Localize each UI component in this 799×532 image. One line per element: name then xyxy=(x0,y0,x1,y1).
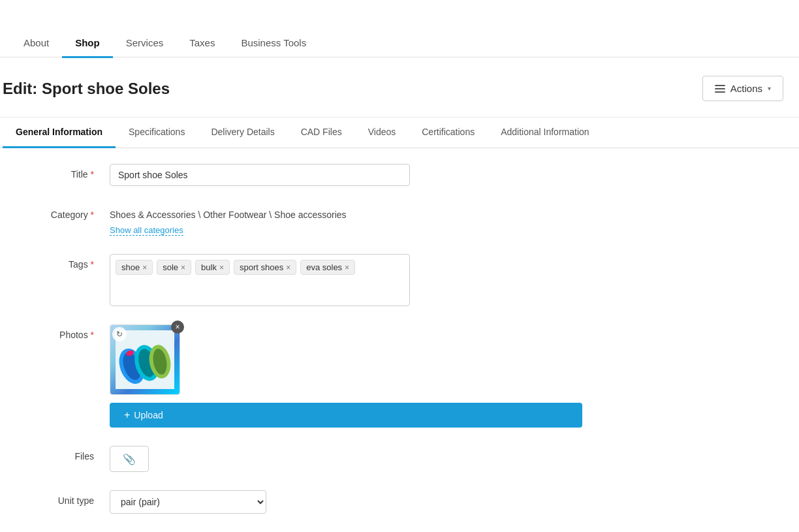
tag-remove-sport-shoes[interactable]: × xyxy=(286,264,290,272)
photos-required-star: * xyxy=(91,330,94,340)
files-attach-button[interactable]: 📎 xyxy=(110,446,149,472)
photo-close-button[interactable]: × xyxy=(171,321,184,334)
tag-chip-eva-soles: eva soles × xyxy=(300,260,355,275)
tab-delivery-details[interactable]: Delivery Details xyxy=(198,117,287,148)
actions-button[interactable]: Actions ▾ xyxy=(702,76,783,101)
category-path: Shoes & Accessories \ Other Footwear \ S… xyxy=(110,204,582,220)
tag-chip-sole: sole × xyxy=(157,260,191,275)
files-label: Files xyxy=(5,446,110,462)
title-input[interactable] xyxy=(110,164,410,186)
category-row: Category * Shoes & Accessories \ Other F… xyxy=(0,204,588,236)
files-row: Files 📎 xyxy=(0,446,588,472)
tab-general-information[interactable]: General Information xyxy=(3,117,116,148)
category-required-star: * xyxy=(91,210,94,220)
nav-item-services[interactable]: Services xyxy=(113,29,177,58)
chevron-down-icon: ▾ xyxy=(768,85,771,92)
photo-refresh-button[interactable]: ↻ xyxy=(112,327,127,341)
upload-label: Upload xyxy=(134,410,163,420)
nav-item-taxes[interactable]: Taxes xyxy=(176,29,228,58)
tag-label-shoe: shoe xyxy=(121,262,140,272)
nav-item-business-tools[interactable]: Business Tools xyxy=(228,29,319,58)
tag-remove-eva-soles[interactable]: × xyxy=(345,264,349,272)
form-container: Title * Category * Shoes & Accessories \… xyxy=(0,148,588,532)
top-navigation: About Shop Services Taxes Business Tools xyxy=(0,0,799,57)
tab-videos[interactable]: Videos xyxy=(355,117,409,148)
upload-button[interactable]: + Upload xyxy=(110,403,582,428)
tab-additional-information[interactable]: Additional Information xyxy=(488,117,602,148)
tag-remove-shoe[interactable]: × xyxy=(142,264,147,272)
tags-control: shoe × sole × bulk × sport shoes × eva s… xyxy=(110,254,582,306)
photos-control: ↻ × xyxy=(110,324,582,428)
files-control: 📎 xyxy=(110,446,582,472)
page-header: Edit: Sport shoe Soles Actions ▾ xyxy=(0,57,799,117)
category-control: Shoes & Accessories \ Other Footwear \ S… xyxy=(110,204,582,236)
upload-plus-icon: + xyxy=(124,409,130,421)
unit-type-row: Unit type pair (pair) piece (piece) set … xyxy=(0,490,588,514)
title-label: Title * xyxy=(5,164,110,180)
tag-chip-shoe: shoe × xyxy=(116,260,153,275)
show-all-categories-link[interactable]: Show all categories xyxy=(110,225,183,236)
photos-section: ↻ × xyxy=(110,324,582,428)
nav-item-shop[interactable]: Shop xyxy=(62,29,113,58)
tag-label-eva-soles: eva soles xyxy=(306,262,342,272)
tag-remove-bulk[interactable]: × xyxy=(219,264,224,272)
menu-icon xyxy=(715,85,725,93)
tags-label: Tags * xyxy=(5,254,110,270)
tag-label-sport-shoes: sport shoes xyxy=(240,262,283,272)
nav-item-about[interactable]: About xyxy=(10,29,62,58)
tabs-bar: General Information Specifications Deliv… xyxy=(0,117,799,148)
paperclip-icon: 📎 xyxy=(123,453,136,465)
tag-remove-sole[interactable]: × xyxy=(181,264,185,272)
page-title: Edit: Sport shoe Soles xyxy=(3,80,170,98)
title-row: Title * xyxy=(0,164,588,186)
tag-chip-sport-shoes: sport shoes × xyxy=(234,260,296,275)
photo-thumbnail-wrapper: ↻ × xyxy=(110,324,180,395)
unit-type-control: pair (pair) piece (piece) set (set) xyxy=(110,490,582,514)
tags-required-star: * xyxy=(91,259,94,270)
tags-row: Tags * shoe × sole × bulk × sport shoes xyxy=(0,254,588,306)
actions-label: Actions xyxy=(730,83,762,94)
photos-row: Photos * ↻ × xyxy=(0,324,588,428)
unit-type-select[interactable]: pair (pair) piece (piece) set (set) xyxy=(110,490,266,514)
title-control xyxy=(110,164,582,186)
title-required-star: * xyxy=(91,169,94,180)
tag-label-sole: sole xyxy=(163,262,178,272)
photos-label: Photos * xyxy=(5,324,110,340)
tags-container[interactable]: shoe × sole × bulk × sport shoes × eva s… xyxy=(110,254,410,306)
tab-specifications[interactable]: Specifications xyxy=(116,117,198,148)
tag-chip-bulk: bulk × xyxy=(195,260,230,275)
tab-certifications[interactable]: Certifications xyxy=(409,117,488,148)
tag-label-bulk: bulk xyxy=(201,262,217,272)
tab-cad-files[interactable]: CAD Files xyxy=(288,117,355,148)
category-label: Category * xyxy=(5,204,110,220)
unit-type-label: Unit type xyxy=(5,490,110,506)
